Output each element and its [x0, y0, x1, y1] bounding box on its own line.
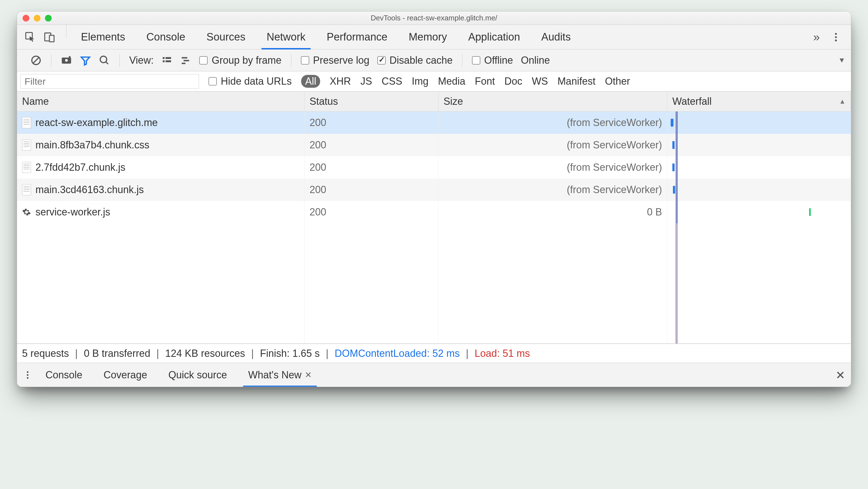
type-filter-all[interactable]: All [301, 75, 320, 88]
tab-performance[interactable]: Performance [316, 25, 398, 49]
drawer-tab-quick-source[interactable]: Quick source [158, 363, 238, 387]
cell-status: 200 [305, 156, 438, 178]
tab-sources[interactable]: Sources [196, 25, 256, 49]
type-filter-css[interactable]: CSS [381, 76, 402, 87]
drawer-tab-what-s-new[interactable]: What's New✕ [238, 363, 322, 387]
filter-icon[interactable] [80, 55, 91, 66]
devtools-window: DevTools - react-sw-example.glitch.me/ E… [17, 11, 851, 387]
gear-icon [22, 206, 31, 218]
svg-point-21 [27, 374, 28, 376]
column-header-size[interactable]: Size [438, 92, 667, 111]
svg-line-7 [33, 57, 39, 63]
window-title: DevTools - react-sw-example.glitch.me/ [17, 14, 851, 22]
type-filter-img[interactable]: Img [412, 76, 428, 87]
inspect-element-icon[interactable] [25, 32, 36, 43]
drawer-tab-console[interactable]: Console [35, 363, 93, 387]
tab-label: Performance [327, 31, 388, 43]
type-filter-ws[interactable]: WS [532, 76, 548, 87]
tab-label: Console [45, 369, 82, 381]
clear-icon[interactable] [30, 55, 41, 66]
large-rows-icon[interactable] [161, 55, 173, 66]
throttling-label: Online [521, 55, 550, 66]
cell-waterfall [667, 201, 851, 223]
tab-label: Coverage [103, 369, 147, 381]
column-header-name[interactable]: Name [17, 92, 305, 111]
view-label: View: [129, 55, 154, 66]
zoom-window-icon[interactable] [45, 15, 52, 22]
screenshot-icon[interactable] [61, 55, 72, 66]
waterfall-bar [672, 141, 675, 149]
disable-cache-checkbox[interactable]: Disable cache [377, 55, 453, 66]
close-window-icon[interactable] [23, 15, 29, 22]
type-filter-manifest[interactable]: Manifest [557, 76, 595, 87]
type-filter-xhr[interactable]: XHR [330, 76, 351, 87]
svg-point-11 [100, 56, 106, 63]
status-bar: 5 requests| 0 B transferred| 124 KB reso… [17, 344, 851, 363]
cell-status: 200 [305, 112, 438, 134]
close-icon[interactable] [835, 370, 845, 380]
tab-label: Elements [81, 31, 125, 43]
cell-name: main.8fb3a7b4.chunk.css [17, 134, 305, 156]
throttling-select[interactable]: Online [521, 55, 550, 66]
tab-network[interactable]: Network [256, 25, 316, 49]
offline-checkbox[interactable]: Offline [472, 55, 513, 66]
kebab-menu-icon[interactable] [830, 32, 841, 43]
group-by-frame-checkbox[interactable]: Group by frame [199, 55, 281, 66]
svg-point-20 [27, 371, 28, 373]
cell-name: react-sw-example.glitch.me [17, 112, 305, 134]
overview-icon[interactable] [180, 55, 191, 66]
hide-data-urls-checkbox[interactable]: Hide data URLs [209, 76, 292, 87]
svg-rect-16 [165, 60, 171, 62]
svg-rect-2 [50, 35, 54, 41]
checkbox-label: Disable cache [390, 55, 453, 66]
tab-audits[interactable]: Audits [531, 25, 581, 49]
filter-bar: Hide data URLs AllXHRJSCSSImgMediaFontDo… [17, 71, 851, 91]
preserve-log-checkbox[interactable]: Preserve log [301, 55, 370, 66]
type-filter-doc[interactable]: Doc [504, 76, 522, 87]
tab-console[interactable]: Console [136, 25, 196, 49]
type-filter-other[interactable]: Other [605, 76, 630, 87]
svg-point-22 [27, 377, 28, 379]
document-icon [22, 162, 31, 173]
kebab-menu-icon[interactable] [23, 370, 33, 380]
table-row[interactable]: main.3cd46163.chunk.js200(from ServiceWo… [17, 178, 851, 201]
tab-label: Memory [409, 31, 447, 43]
cell-size: (from ServiceWorker) [438, 178, 667, 201]
cell-status: 200 [305, 134, 438, 156]
checkbox-label: Group by frame [212, 55, 281, 66]
table-row[interactable]: react-sw-example.glitch.me200(from Servi… [17, 112, 851, 134]
waterfall-bar [809, 208, 811, 216]
status-finish: Finish: 1.65 s [260, 348, 319, 359]
device-toolbar-icon[interactable] [44, 32, 55, 43]
minimize-window-icon[interactable] [34, 15, 40, 22]
svg-rect-19 [182, 63, 185, 64]
table-row[interactable]: main.8fb3a7b4.chunk.css200(from ServiceW… [17, 134, 851, 156]
divider [66, 25, 66, 38]
type-filter-js[interactable]: JS [360, 76, 372, 87]
svg-rect-15 [163, 60, 165, 62]
dropdown-caret-icon[interactable]: ▼ [838, 56, 845, 64]
search-icon[interactable] [99, 55, 110, 66]
tab-memory[interactable]: Memory [398, 25, 458, 49]
svg-rect-18 [184, 60, 189, 61]
tab-elements[interactable]: Elements [70, 25, 136, 49]
column-header-status[interactable]: Status [305, 92, 438, 111]
table-header: Name Status Size Waterfall [17, 91, 851, 112]
tab-application[interactable]: Application [458, 25, 531, 49]
close-icon[interactable]: ✕ [305, 370, 312, 380]
svg-rect-14 [165, 57, 171, 59]
table-row[interactable]: 2.7fdd42b7.chunk.js200(from ServiceWorke… [17, 156, 851, 178]
more-tabs-icon[interactable]: » [813, 30, 820, 44]
filter-input[interactable] [20, 74, 199, 89]
document-icon [22, 117, 31, 128]
cell-waterfall [667, 134, 851, 156]
table-row[interactable]: service-worker.js2000 B [17, 201, 851, 223]
divider [291, 54, 291, 67]
column-header-waterfall[interactable]: Waterfall [667, 92, 851, 111]
svg-point-5 [835, 39, 837, 41]
type-filter-font[interactable]: Font [475, 76, 495, 87]
type-filter-media[interactable]: Media [438, 76, 465, 87]
status-load: Load: 51 ms [475, 348, 530, 359]
drawer-tab-coverage[interactable]: Coverage [93, 363, 158, 387]
checkbox-icon [472, 56, 480, 64]
